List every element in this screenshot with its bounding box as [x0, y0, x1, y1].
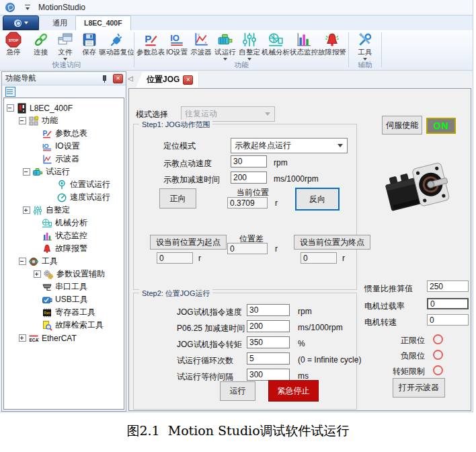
- oscilloscope-button[interactable]: Y x 示波器: [189, 32, 213, 57]
- expand-icon[interactable]: [19, 334, 26, 342]
- step1-groupbox: Step1: JOG动作范围 定位模式 示教起终点运行 示教点动速度 rpm 示…: [133, 124, 357, 290]
- tab-close-icon[interactable]: [183, 75, 193, 85]
- positive-limit-label: 正限位: [364, 335, 425, 346]
- tree-item-status-monitor[interactable]: 状态监控: [4, 229, 124, 242]
- collapse-icon[interactable]: [23, 168, 30, 176]
- chevron-down-icon: [265, 112, 270, 116]
- ribbon-tab-l8ec-400f[interactable]: L8EC_400F: [75, 15, 131, 30]
- run-button[interactable]: 运行: [220, 381, 255, 401]
- save-floppy-icon: [81, 32, 97, 48]
- forward-button[interactable]: 正向: [159, 188, 196, 209]
- tree-item-speed-trial-run[interactable]: 速度试运行: [4, 191, 124, 204]
- position-diff-unit: r: [275, 244, 278, 254]
- ram-chip-icon: Ram: [42, 307, 52, 318]
- position-diff-field: 0: [227, 243, 268, 254]
- servo-enable-button[interactable]: 伺服使能: [382, 116, 422, 135]
- jog-cmd-torque-input[interactable]: [247, 336, 290, 348]
- tree-item-tools[interactable]: 工具: [4, 255, 124, 268]
- tree-item-mechanical-analysis[interactable]: 机械分析: [4, 217, 124, 229]
- fault-alarm-button[interactable]: 故障报警: [318, 32, 346, 57]
- save-button[interactable]: 保存: [77, 32, 102, 57]
- main-window: MotionStudio 通用 L8EC_400F STOP 急停: [0, 0, 473, 412]
- tree-item-trial-run[interactable]: 试运行: [4, 165, 124, 178]
- pin-icon[interactable]: [100, 75, 108, 83]
- application-menu-button[interactable]: [3, 15, 39, 30]
- p0625-accel-input[interactable]: [247, 320, 290, 332]
- file-windows-icon: [57, 32, 73, 48]
- status-monitor-button[interactable]: 状态监控: [290, 32, 318, 57]
- jog-cmd-speed-unit: rpm: [298, 307, 312, 316]
- tree-item-parameter-list[interactable]: P 参数总表: [4, 127, 124, 140]
- chevron-down-icon: [338, 144, 343, 147]
- estop-button[interactable]: STOP 急停: [1, 32, 26, 57]
- tree-item-serial-tool[interactable]: 串口工具: [4, 280, 124, 293]
- expand-icon[interactable]: [23, 206, 30, 214]
- location-pin-icon: [56, 180, 67, 190]
- tree-item-io-settings[interactable]: IO IO设置: [4, 140, 124, 153]
- teach-accel-input[interactable]: [231, 172, 267, 184]
- tab-scroll-left-icon[interactable]: [128, 75, 134, 83]
- list-view-icon[interactable]: [5, 87, 15, 97]
- chevron-down-icon: [24, 22, 28, 24]
- tools-menu-button[interactable]: 工具: [353, 32, 377, 61]
- position-jog-panel: 模式选择 往复运动 Step1: JOG动作范围 定位模式 示教起终点运行 示教…: [128, 88, 471, 411]
- navigation-toolbar: [2, 85, 126, 98]
- collapse-icon[interactable]: [19, 117, 26, 124]
- motor-speed-label: 电机转速: [364, 317, 397, 328]
- close-icon[interactable]: [113, 74, 123, 83]
- set-end-button[interactable]: 设当前位置为终点: [294, 235, 370, 250]
- svg-text:ECAT: ECAT: [30, 337, 40, 342]
- tree-item-oscilloscope[interactable]: 示波器: [4, 153, 124, 165]
- negative-limit-led: [433, 350, 443, 360]
- inertia-ratio-field: 250: [427, 280, 469, 292]
- tree-item-functions[interactable]: 功能: [4, 114, 124, 127]
- drive-reset-button[interactable]: 驱动器复位: [102, 32, 132, 57]
- ribbon-tab-row: 通用 L8EC_400F: [0, 15, 473, 30]
- function-tree: L8EC_400F 功能 P: [3, 98, 124, 410]
- navigation-panel-title: 功能导航: [5, 73, 100, 83]
- parameter-p-icon: P: [143, 32, 159, 48]
- svg-text:Ram: Ram: [44, 311, 51, 315]
- negative-limit-label: 负限位: [364, 350, 425, 362]
- tree-item-auto-tuning[interactable]: 自整定: [4, 204, 124, 217]
- wait-interval-input[interactable]: [247, 369, 290, 381]
- quick-access-customize-icon[interactable]: [24, 4, 32, 11]
- tree-item-fault-search-tool[interactable]: 故障检索工具: [4, 319, 124, 332]
- ribbon-tab-general[interactable]: 通用: [44, 16, 75, 30]
- tree-item-parameter-assist[interactable]: 参数设置辅助: [4, 268, 124, 280]
- file-menu-button[interactable]: 文件: [53, 32, 77, 61]
- tree-item-position-trial-run[interactable]: 位置试运行: [4, 178, 124, 191]
- jog-cmd-speed-input[interactable]: [247, 304, 290, 316]
- mechanical-analysis-button[interactable]: 机械分析: [262, 32, 290, 57]
- emergency-stop-button[interactable]: 紧急停止: [268, 380, 319, 402]
- jog-cmd-torque-label: JOG试机指令转矩: [177, 339, 242, 350]
- figure-caption: 图2.1 Motion Studio调试软件试运行: [0, 422, 476, 440]
- collapse-icon[interactable]: [7, 104, 14, 112]
- io-icon: IO: [42, 141, 52, 152]
- set-start-button[interactable]: 设当前位置为起点: [150, 235, 227, 250]
- motor-overload-field: 0: [427, 298, 469, 309]
- collapse-icon[interactable]: [19, 258, 26, 265]
- teach-jog-speed-label: 示教点动速度: [163, 158, 212, 170]
- teach-accel-label: 示教加减速时间: [163, 174, 220, 186]
- tab-position-jog[interactable]: 位置JOG: [136, 72, 198, 87]
- tree-item-fault-alarm[interactable]: 故障报警: [4, 242, 124, 255]
- ribbon-group-functions: P 参数总表 IO IO设置: [135, 30, 348, 70]
- tree-item-ethercat[interactable]: ECAT EtherCAT: [4, 332, 124, 344]
- power-plug-icon: [108, 32, 124, 48]
- document-area: 位置JOG 模式选择 往复运动 Step1: JOG动作范围 定位模式 示教起终…: [126, 71, 473, 410]
- auto-tuning-button[interactable]: 自整定: [237, 32, 262, 61]
- teach-jog-speed-input[interactable]: [231, 155, 267, 167]
- connect-button[interactable]: 连接: [29, 32, 53, 57]
- cycle-count-input[interactable]: [247, 352, 290, 365]
- io-settings-button[interactable]: IO IO设置: [165, 32, 189, 57]
- open-scope-button[interactable]: 打开示波器: [393, 378, 445, 398]
- reverse-button[interactable]: 反向: [295, 188, 340, 211]
- tree-item-usb-tool[interactable]: USB工具: [4, 293, 124, 306]
- tree-item-register-tool[interactable]: Ram 寄存器工具: [4, 306, 124, 319]
- positioning-mode-select[interactable]: 示教起终点运行: [231, 138, 348, 153]
- tree-item-l8ec-400f[interactable]: L8EC_400F: [4, 102, 124, 114]
- parameter-list-button[interactable]: P 参数总表: [136, 32, 165, 57]
- expand-icon[interactable]: [34, 270, 41, 278]
- trial-run-button[interactable]: 试运行: [213, 32, 237, 61]
